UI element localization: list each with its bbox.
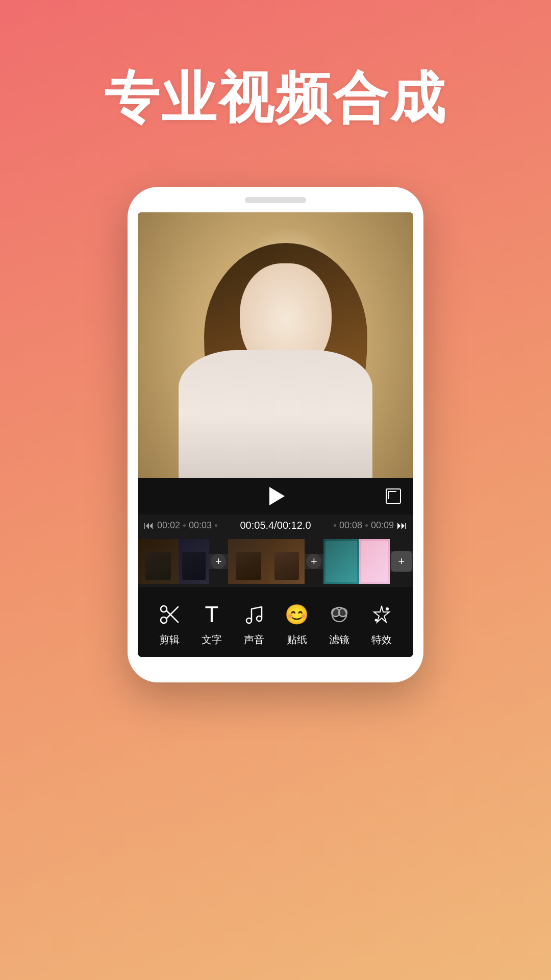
tool-audio-label: 声音 (244, 633, 264, 647)
title-section: 专业视频合成 (0, 0, 551, 177)
timeline-left: ⏮ 00:02 00:03 (144, 520, 217, 531)
clip-1[interactable] (138, 539, 179, 584)
svg-point-1 (161, 617, 167, 623)
clip-6[interactable] (359, 539, 390, 584)
play-button[interactable] (269, 487, 285, 505)
time-marker-3: 00:08 (339, 520, 362, 531)
tool-edit[interactable]: 剪辑 (149, 601, 190, 647)
tool-edit-label: 剪辑 (159, 633, 180, 647)
tool-effects[interactable]: 特效 (361, 601, 402, 647)
tool-audio[interactable]: 声音 (234, 601, 274, 647)
add-clip-button-last[interactable]: + (390, 551, 413, 572)
controls-bar (138, 478, 413, 514)
video-preview (138, 212, 413, 478)
timeline-bar: ⏮ 00:02 00:03 00:05.4/00:12.0 00:08 00:0… (138, 514, 413, 536)
tool-text[interactable]: T 文字 (191, 601, 232, 647)
tool-sticker[interactable]: 😊 贴纸 (277, 601, 317, 647)
svg-point-10 (386, 607, 389, 610)
dot-4 (365, 524, 368, 527)
main-title: 专业视频合成 (41, 61, 510, 136)
time-marker-1: 00:02 (157, 520, 180, 531)
time-marker-2: 00:03 (189, 520, 212, 531)
phone-mockup: ⏮ 00:02 00:03 00:05.4/00:12.0 00:08 00:0… (128, 187, 423, 682)
svg-point-11 (375, 619, 378, 622)
add-clip-button-2[interactable]: + (305, 554, 323, 569)
toolbar: 剪辑 T 文字 声音 😊 (138, 587, 413, 657)
tool-effects-label: 特效 (371, 633, 392, 647)
tool-sticker-label: 贴纸 (287, 633, 307, 647)
svg-point-8 (339, 608, 347, 617)
filter-icon (326, 601, 353, 628)
clips-row: + + (138, 536, 413, 587)
clip-3[interactable] (228, 539, 269, 584)
music-icon (241, 601, 267, 628)
clip-4[interactable] (269, 539, 305, 584)
skip-end-icon[interactable]: ⏭ (397, 520, 407, 531)
timeline-right: 00:08 00:09 ⏭ (334, 520, 407, 531)
phone-screen: ⏮ 00:02 00:03 00:05.4/00:12.0 00:08 00:0… (138, 212, 413, 657)
time-marker-4: 00:09 (371, 520, 394, 531)
tool-text-label: 文字 (202, 633, 222, 647)
dot-3 (334, 524, 336, 527)
scissors-icon (156, 601, 183, 628)
dot-1 (183, 524, 186, 527)
add-clip-button-1[interactable]: + (209, 554, 228, 569)
clip-2[interactable] (179, 539, 209, 584)
add-clip-box[interactable]: + (391, 551, 412, 572)
svg-point-5 (257, 616, 262, 621)
playback-controls (168, 487, 386, 505)
fullscreen-button[interactable] (386, 488, 401, 504)
current-time-display: 00:05.4/00:12.0 (217, 520, 334, 531)
tool-filter-label: 滤镜 (329, 633, 349, 647)
svg-point-0 (161, 606, 167, 612)
tool-filter[interactable]: 滤镜 (319, 601, 360, 647)
text-icon: T (198, 601, 225, 628)
phone-speaker (245, 197, 306, 203)
portrait-coat (179, 350, 372, 478)
effects-icon (368, 601, 395, 628)
svg-point-4 (246, 618, 252, 623)
skip-start-icon[interactable]: ⏮ (144, 520, 154, 531)
sticker-icon: 😊 (284, 601, 310, 628)
clip-5[interactable] (323, 539, 359, 584)
